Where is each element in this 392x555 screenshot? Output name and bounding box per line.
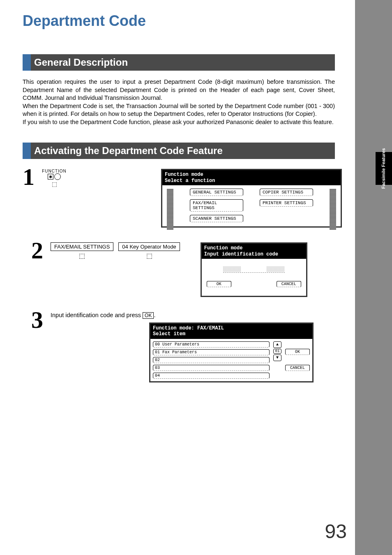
lcd1-subtitle: Select a function xyxy=(165,178,338,184)
lcd2-title: Function mode xyxy=(204,245,304,251)
cancel-button[interactable]: CANCEL xyxy=(285,365,310,371)
identification-input[interactable] xyxy=(223,266,285,273)
list-item[interactable]: 00User Parameters xyxy=(153,341,270,348)
btn-general-settings[interactable]: GENERAL SETTINGS xyxy=(190,189,243,196)
function-key-label: FUNCTION xyxy=(42,169,67,173)
step-number: 3 xyxy=(23,309,43,331)
page-number: 93 xyxy=(325,520,347,543)
tap-cursor-icon: ⬚ xyxy=(118,252,180,260)
intro-paragraph: This operation requires the user to inpu… xyxy=(23,78,335,126)
section-activating: Activating the Department Code Feature xyxy=(23,143,335,159)
input-stripe-icon xyxy=(223,266,241,272)
step-number: 2 xyxy=(23,240,43,261)
step3-text-b: . xyxy=(154,312,155,318)
ok-button[interactable]: OK xyxy=(285,349,310,355)
tap-cursor-icon: ⬚ xyxy=(51,252,113,260)
lcd3-subtitle: Select item xyxy=(153,331,310,337)
list-item[interactable]: 04 xyxy=(153,373,270,379)
lcd2-subtitle: Input identification code xyxy=(204,251,304,257)
function-star-icon: ✱ xyxy=(48,174,53,180)
btn-scanner-settings[interactable]: SCANNER SETTINGS xyxy=(190,215,243,222)
lcd-screen-step2: Function mode Input identification code … xyxy=(201,242,307,297)
lcd1-title: Function mode xyxy=(165,172,338,177)
cancel-button[interactable]: CANCEL xyxy=(277,281,301,287)
step-number: 1 xyxy=(23,166,35,188)
step-3: 3 Input identification code and press OK… xyxy=(23,309,335,382)
btn-fax-email-settings[interactable]: FAX/EMAIL SETTINGS xyxy=(51,242,113,251)
page-content: Department Code General Description This… xyxy=(23,12,335,395)
function-key[interactable]: FUNCTION ✱ ⬚ xyxy=(42,169,67,187)
side-gray-bar xyxy=(355,0,392,555)
step3-text-a: Input identification code and press xyxy=(51,312,143,318)
function-display-icon xyxy=(54,173,61,180)
lcd-screen-step1: Function mode Select a function GENERAL … xyxy=(161,169,342,228)
list-item[interactable]: 02 xyxy=(153,357,270,363)
list-item[interactable]: 03 xyxy=(153,365,270,371)
stripe-right xyxy=(330,189,336,230)
scroll-up-icon[interactable]: ▲ xyxy=(273,341,281,348)
ok-key-inline: OK xyxy=(143,312,154,319)
page-title: Department Code xyxy=(23,12,335,30)
section-tab-label: Facsimile Features xyxy=(381,148,386,189)
step-2: 2 FAX/EMAIL SETTINGS ⬚ 04 Key Operator M… xyxy=(23,240,335,297)
section-general-description: General Description xyxy=(23,54,335,71)
step3-instruction: Input identification code and press OK. xyxy=(51,312,335,318)
list-item[interactable]: 01Fax Parameters xyxy=(153,349,270,355)
btn-printer-settings[interactable]: PRINTER SETTINGS xyxy=(260,199,313,207)
btn-copier-settings[interactable]: COPIER SETTINGS xyxy=(260,189,313,196)
lcd3-title: Function mode: FAX/EMAIL xyxy=(153,325,310,331)
lcd-screen-step3: Function mode: FAX/EMAIL Select item 00U… xyxy=(149,322,314,382)
scroll-column: ▲ 01 ▼ xyxy=(273,341,282,379)
scroll-down-icon[interactable]: ▼ xyxy=(273,355,281,361)
step-1: 1 FUNCTION ✱ ⬚ Function mode Select a fu… xyxy=(23,166,335,228)
btn-key-operator-mode[interactable]: 04 Key Operator Mode xyxy=(118,242,180,251)
input-stripe-icon xyxy=(267,266,285,272)
btn-fax-email-settings[interactable]: FAX/EMAIL SETTINGS xyxy=(190,199,243,212)
ok-button[interactable]: OK xyxy=(207,281,231,287)
page-indicator: 01 xyxy=(273,349,281,354)
section-tab: Facsimile Features xyxy=(376,152,392,185)
stripe-left xyxy=(167,189,173,230)
tap-cursor-icon: ⬚ xyxy=(52,181,57,187)
